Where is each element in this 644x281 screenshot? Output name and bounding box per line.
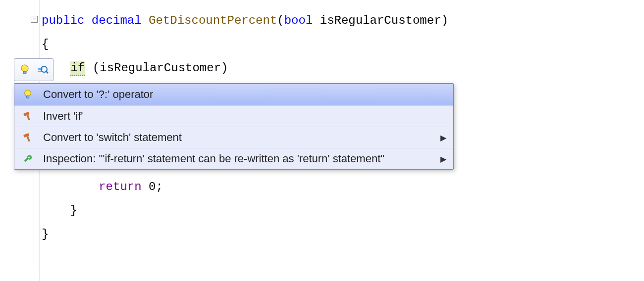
keyword-if[interactable]: if xyxy=(70,61,86,76)
action-invert-if[interactable]: Invert 'if' xyxy=(14,105,453,127)
chevron-right-icon: ▶ xyxy=(440,154,446,164)
action-label: Convert to 'switch' statement xyxy=(43,131,182,144)
action-convert-ternary[interactable]: Convert to '?:' operator xyxy=(14,84,453,105)
method-name: GetDiscountPercent xyxy=(149,14,277,27)
action-label: Convert to '?:' operator xyxy=(43,88,153,101)
if-paren-close: ) xyxy=(221,61,228,75)
quick-actions-popup: Convert to '?:' operator Invert 'if' Con… xyxy=(14,83,454,170)
action-label: Invert 'if' xyxy=(43,110,83,123)
svg-point-6 xyxy=(25,90,31,96)
lightbulb-icon xyxy=(18,63,31,76)
svg-rect-7 xyxy=(26,96,29,98)
chevron-right-icon: ▶ xyxy=(440,133,446,142)
svg-line-5 xyxy=(46,71,48,73)
keyword-public: public xyxy=(42,14,84,27)
keyword-return: return xyxy=(99,180,141,193)
action-convert-switch[interactable]: Convert to 'switch' statement ▶ xyxy=(14,127,453,148)
brace-close: } xyxy=(42,228,49,241)
keyword-bool: bool xyxy=(284,14,313,27)
magnifier-icon xyxy=(36,63,49,76)
wrench-icon xyxy=(21,152,34,165)
svg-rect-9 xyxy=(26,114,30,120)
action-inspection-if-return[interactable]: Inspection: "'if-return' statement can b… xyxy=(14,148,453,169)
if-paren-open: ( xyxy=(85,61,100,75)
svg-rect-1 xyxy=(23,71,26,74)
if-condition: isRegularCustomer xyxy=(100,61,221,75)
hammer-icon xyxy=(21,131,34,144)
quick-actions-trigger[interactable] xyxy=(14,58,54,81)
svg-rect-11 xyxy=(26,136,30,141)
svg-point-0 xyxy=(21,65,28,72)
hammer-icon xyxy=(21,110,34,123)
svg-rect-2 xyxy=(38,68,43,70)
action-label: Inspection: "'if-return' statement can b… xyxy=(43,152,384,165)
param-name: isRegularCustomer xyxy=(320,14,441,27)
fold-toggle-icon[interactable]: − xyxy=(31,16,38,23)
keyword-decimal: decimal xyxy=(92,14,142,27)
inner-brace-close: } xyxy=(70,204,77,217)
lightbulb-icon xyxy=(21,88,34,101)
return-value: 0; xyxy=(142,180,163,193)
brace-open: { xyxy=(42,38,49,51)
